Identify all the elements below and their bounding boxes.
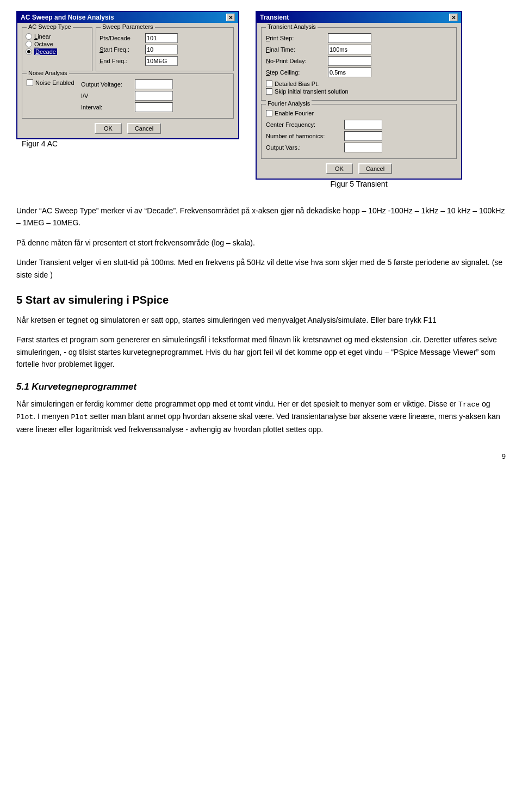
print-step-row: Print Step: (266, 33, 452, 43)
ac-sweep-content: AC Sweep Type Linear Octave Decade (17, 23, 238, 138)
ac-sweep-titlebar: AC Sweep and Noise Analysis ✕ (17, 12, 238, 23)
pts-decade-input[interactable] (145, 33, 178, 43)
dialog-area: AC Sweep and Noise Analysis ✕ AC Sweep T… (16, 11, 506, 188)
transient-title: Transient (260, 14, 289, 21)
harmonics-input[interactable] (344, 131, 382, 141)
interval-row: Interval: (81, 102, 173, 112)
paragraph-1: Under “AC Sweep Type” merker vi av “Deca… (16, 205, 506, 229)
og-text: og (480, 399, 490, 408)
ac-sweep-close-button[interactable]: ✕ (226, 14, 235, 21)
plot-code: Plot (16, 413, 33, 421)
p5-text: Eller bare trykk F11 (370, 316, 436, 324)
decade-radio[interactable] (26, 48, 32, 55)
fig4-caption: Figur 4 AC (16, 139, 239, 148)
transient-analysis-group: Transient Analysis Print Step: Final Tim… (261, 27, 457, 101)
pts-decade-label: Pts/Decade (100, 35, 143, 41)
ac-sweep-ok-button[interactable]: OK (95, 123, 122, 134)
noise-enabled-row[interactable]: Noise Enabled (27, 79, 76, 86)
start-freq-label: Start Freq.: (100, 46, 143, 53)
harmonics-label: Number of harmonics: (266, 133, 342, 139)
step-ceiling-input[interactable] (328, 67, 371, 77)
linear-radio[interactable] (26, 33, 32, 40)
iv-row: I/V (81, 91, 173, 101)
skip-transient-checkbox[interactable] (266, 88, 272, 95)
output-vars-input[interactable] (344, 143, 382, 152)
sweep-params-label: Sweep Parameters (101, 23, 155, 30)
ac-sweep-dialog: AC Sweep and Noise Analysis ✕ AC Sweep T… (16, 11, 239, 148)
noise-params-col: Output Voltage: I/V Interval: (81, 79, 173, 114)
transient-cancel-button[interactable]: Cancel (358, 163, 392, 174)
iv-input[interactable] (135, 91, 173, 101)
print-step-label: Print Step: (266, 35, 326, 41)
output-voltage-input[interactable] (135, 79, 173, 89)
fig4-text: Figur 4 AC (22, 139, 239, 148)
no-print-delay-input[interactable] (328, 56, 371, 66)
enable-fourier-row[interactable]: Enable Fourier (266, 110, 452, 116)
detailed-bias-row[interactable]: Detailed Bias Pt. (266, 81, 452, 87)
final-time-input[interactable] (328, 45, 371, 54)
p7-start: Når simuleringen er ferdig kommer dette … (16, 399, 458, 408)
noise-analysis-group: Noise Analysis Noise Enabled Output Volt… (22, 73, 234, 119)
center-freq-input[interactable] (344, 120, 382, 130)
octave-label: Octave (34, 41, 53, 47)
transient-close-button[interactable]: ✕ (449, 14, 458, 21)
page-number: 9 (16, 452, 506, 460)
octave-radio-row[interactable]: Octave (26, 41, 89, 47)
start-freq-input[interactable] (145, 45, 178, 54)
noise-analysis-label: Noise Analysis (27, 70, 69, 76)
ac-sweep-buttons: OK Cancel (22, 123, 234, 134)
ac-sweep-dialog-box: AC Sweep and Noise Analysis ✕ AC Sweep T… (16, 11, 239, 139)
noise-enabled-col: Noise Enabled (27, 79, 76, 114)
pts-decade-row: Pts/Decade (100, 33, 230, 43)
skip-transient-row[interactable]: Skip initial transient solution (266, 88, 452, 95)
decade-radio-row[interactable]: Decade (26, 48, 89, 55)
end-freq-label: End Freq.: (100, 58, 143, 64)
linear-radio-row[interactable]: Linear (26, 33, 89, 40)
detailed-bias-checkbox[interactable] (266, 81, 272, 87)
start-freq-row: Start Freq.: (100, 45, 230, 54)
output-vars-row: Output Vars.: (266, 143, 452, 152)
sweep-type-group: AC Sweep Type Linear Octave Decade (22, 27, 92, 71)
octave-radio[interactable] (26, 41, 32, 47)
ac-sweep-cancel-button[interactable]: Cancel (127, 123, 161, 134)
paragraph-4: Når kretsen er tegnet og simulatoren er … (16, 314, 506, 326)
transient-buttons: OK Cancel (261, 163, 457, 174)
sweep-params-group: Sweep Parameters Pts/Decade Start Freq.:… (96, 27, 234, 71)
end-freq-input[interactable] (145, 56, 178, 66)
center-freq-label: Center Frequency: (266, 121, 342, 128)
enable-fourier-checkbox[interactable] (266, 110, 272, 116)
interval-input[interactable] (135, 102, 173, 112)
paragraph-2: På denne måten får vi presentert et stor… (16, 237, 506, 249)
noise-enabled-label: Noise Enabled (35, 79, 74, 86)
section-5-heading: 5 Start av simulering i PSpice (16, 294, 506, 306)
skip-transient-label: Skip initial transient solution (275, 88, 349, 95)
transient-analysis-label: Transient Analysis (266, 23, 318, 30)
transient-dialog-box: Transient ✕ Transient Analysis Print Ste… (256, 11, 462, 180)
print-step-input[interactable] (328, 33, 371, 43)
transient-titlebar: Transient ✕ (257, 12, 461, 23)
output-voltage-label: Output Voltage: (81, 81, 133, 88)
p7-mid: . I menyen (33, 412, 71, 421)
transient-ok-button[interactable]: OK (326, 163, 353, 174)
ac-sweep-title: AC Sweep and Noise Analysis (21, 14, 114, 21)
paragraph-7: Når simuleringen er ferdig kommer dette … (16, 398, 506, 436)
transient-content: Transient Analysis Print Step: Final Tim… (257, 23, 461, 179)
output-vars-label: Output Vars.: (266, 144, 342, 151)
fourier-analysis-label: Fourier Analysis (266, 100, 312, 107)
detailed-bias-label: Detailed Bias Pt. (275, 81, 319, 87)
p7-end: setter man blant annet opp hvordan aksen… (16, 412, 500, 434)
p4-text: Når kretsen er tegnet og simulatoren er … (16, 316, 368, 324)
interval-label: Interval: (81, 104, 133, 110)
fourier-analysis-group: Fourier Analysis Enable Fourier Center F… (261, 104, 457, 159)
sweep-type-label: AC Sweep Type (27, 23, 73, 30)
noise-enabled-checkbox[interactable] (27, 79, 33, 86)
step-ceiling-row: Step Ceiling: (266, 67, 452, 77)
transient-dialog: Transient ✕ Transient Analysis Print Ste… (256, 11, 462, 188)
step-ceiling-label: Step Ceiling: (266, 69, 326, 76)
linear-label: Linear (34, 33, 51, 40)
final-time-label: Final Time: (266, 46, 326, 53)
ac-main-row: AC Sweep Type Linear Octave Decade (22, 27, 234, 71)
no-print-delay-label: No-Print Delay: (266, 58, 326, 64)
main-text-area: Under “AC Sweep Type” merker vi av “Deca… (16, 205, 506, 436)
harmonics-row: Number of harmonics: (266, 131, 452, 141)
